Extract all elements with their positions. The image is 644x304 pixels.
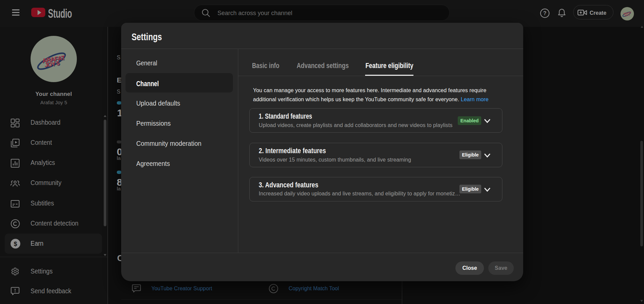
svg-text:?: ? (543, 10, 547, 16)
svg-text:$: $ (14, 241, 17, 247)
svg-text:JOY 5: JOY 5 (624, 13, 630, 17)
